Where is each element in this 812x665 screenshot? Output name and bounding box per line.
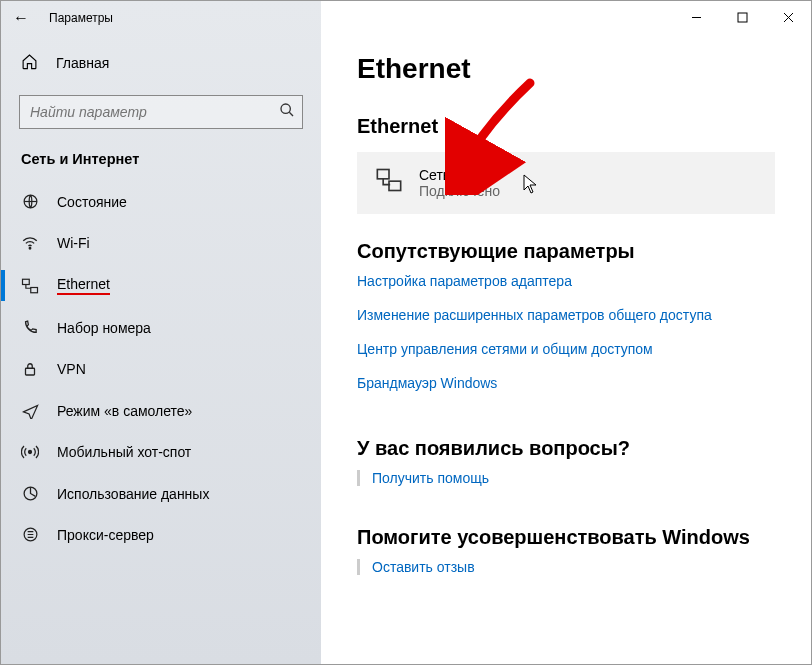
hotspot-icon	[21, 443, 39, 461]
search-icon	[279, 102, 295, 121]
search-box[interactable]	[19, 95, 303, 129]
link-firewall[interactable]: Брандмауэр Windows	[357, 375, 775, 391]
sidebar-item-label: Wi-Fi	[57, 235, 90, 251]
sidebar-item-status[interactable]: Состояние	[1, 181, 321, 222]
sidebar-item-label: Ethernet	[57, 276, 110, 295]
wifi-icon	[21, 234, 39, 252]
svg-rect-6	[31, 287, 38, 292]
vpn-icon	[21, 360, 39, 378]
sidebar-item-label: Использование данных	[57, 486, 209, 502]
svg-point-0	[281, 104, 290, 113]
sidebar-item-label: Набор номера	[57, 320, 151, 336]
link-adapter-settings[interactable]: Настройка параметров адаптера	[357, 273, 775, 289]
maximize-button[interactable]	[719, 1, 765, 33]
cursor-icon	[523, 174, 539, 197]
help-section: Получить помощь	[357, 470, 775, 486]
sidebar-item-airplane[interactable]: Режим «в самолете»	[1, 390, 321, 431]
window-title: Параметры	[49, 11, 113, 25]
svg-point-4	[29, 248, 31, 250]
sidebar-item-label: Прокси-сервер	[57, 527, 154, 543]
status-icon	[21, 193, 39, 210]
airplane-icon	[21, 402, 39, 419]
content: Ethernet Ethernet Сеть Подключено Сопутс…	[321, 1, 811, 575]
feedback-section: Оставить отзыв	[357, 559, 775, 575]
network-name: Сеть	[419, 167, 500, 183]
sidebar-item-label: VPN	[57, 361, 86, 377]
network-card[interactable]: Сеть Подключено	[357, 152, 775, 214]
sidebar-item-label: Главная	[56, 55, 109, 71]
window-controls	[673, 1, 811, 33]
sidebar-item-hotspot[interactable]: Мобильный хот-спот	[1, 431, 321, 473]
sidebar-item-wifi[interactable]: Wi-Fi	[1, 222, 321, 264]
svg-rect-7	[26, 368, 35, 375]
home-icon	[21, 53, 38, 73]
sidebar-item-label: Режим «в самолете»	[57, 403, 192, 419]
sidebar-item-vpn[interactable]: VPN	[1, 348, 321, 390]
close-button[interactable]	[765, 1, 811, 33]
network-status: Подключено	[419, 183, 500, 199]
titlebar: ← Параметры	[1, 1, 321, 35]
sidebar-item-proxy[interactable]: Прокси-сервер	[1, 514, 321, 555]
main: Ethernet Ethernet Сеть Подключено Сопутс…	[321, 1, 811, 664]
link-network-center[interactable]: Центр управления сетями и общим доступом	[357, 341, 775, 357]
related-links: Настройка параметров адаптера Изменение …	[357, 273, 775, 391]
link-feedback[interactable]: Оставить отзыв	[372, 559, 475, 575]
dialup-icon	[21, 319, 39, 336]
sidebar-item-dialup[interactable]: Набор номера	[1, 307, 321, 348]
link-get-help[interactable]: Получить помощь	[372, 470, 489, 486]
back-icon[interactable]: ←	[13, 9, 29, 27]
minimize-button[interactable]	[673, 1, 719, 33]
feedback-heading: Помогите усовершенствовать Windows	[357, 526, 775, 549]
network-text: Сеть Подключено	[419, 167, 500, 199]
related-heading: Сопутствующие параметры	[357, 240, 775, 263]
network-icon	[375, 166, 403, 200]
settings-window: ← Параметры Главная Сеть и Интернет Сост…	[0, 0, 812, 665]
sidebar-item-home[interactable]: Главная	[1, 45, 321, 81]
sidebar: ← Параметры Главная Сеть и Интернет Сост…	[1, 1, 321, 664]
link-sharing-settings[interactable]: Изменение расширенных параметров общего …	[357, 307, 775, 323]
svg-line-1	[289, 112, 293, 116]
search-input[interactable]	[19, 95, 303, 129]
svg-point-8	[29, 451, 32, 454]
sidebar-item-datausage[interactable]: Использование данных	[1, 473, 321, 514]
svg-rect-15	[377, 170, 389, 179]
section-heading: Сеть и Интернет	[1, 151, 321, 181]
svg-rect-16	[389, 181, 401, 190]
data-usage-icon	[21, 485, 39, 502]
ethernet-icon	[21, 277, 39, 295]
sidebar-item-label: Мобильный хот-спот	[57, 444, 191, 460]
svg-rect-12	[738, 13, 747, 22]
sidebar-item-label: Состояние	[57, 194, 127, 210]
section-ethernet-heading: Ethernet	[357, 115, 775, 138]
help-heading: У вас появились вопросы?	[357, 437, 775, 460]
svg-rect-5	[23, 279, 30, 284]
sidebar-item-ethernet[interactable]: Ethernet	[1, 264, 321, 307]
page-title: Ethernet	[357, 53, 775, 85]
nav: Состояние Wi-Fi Ethernet Набор номера	[1, 181, 321, 555]
proxy-icon	[21, 526, 39, 543]
